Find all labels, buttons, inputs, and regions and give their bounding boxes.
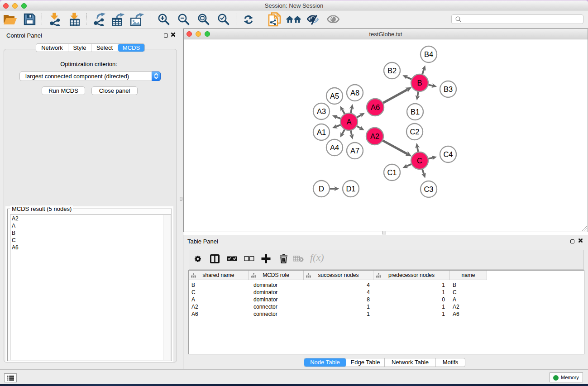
svg-text:C1: C1 [387, 168, 397, 176]
svg-text:A4: A4 [330, 143, 339, 152]
svg-text:B2: B2 [387, 67, 397, 75]
svg-text:A7: A7 [350, 147, 359, 155]
svg-text:C: C [417, 157, 422, 165]
svg-text:B1: B1 [411, 108, 420, 116]
svg-text:B3: B3 [444, 85, 453, 93]
svg-text:C4: C4 [443, 150, 453, 158]
svg-text:A1: A1 [317, 128, 326, 136]
svg-text:A6: A6 [371, 103, 380, 111]
svg-text:B4: B4 [424, 50, 433, 58]
svg-text:D: D [319, 185, 324, 193]
svg-text:A: A [346, 118, 351, 126]
svg-text:A5: A5 [330, 92, 339, 100]
svg-text:C2: C2 [410, 128, 419, 136]
svg-text:C3: C3 [424, 185, 433, 193]
svg-text:B: B [417, 79, 422, 87]
svg-text:A8: A8 [350, 89, 359, 97]
svg-text:D1: D1 [346, 185, 355, 193]
svg-text:A3: A3 [317, 107, 326, 115]
svg-text:A2: A2 [370, 132, 379, 140]
